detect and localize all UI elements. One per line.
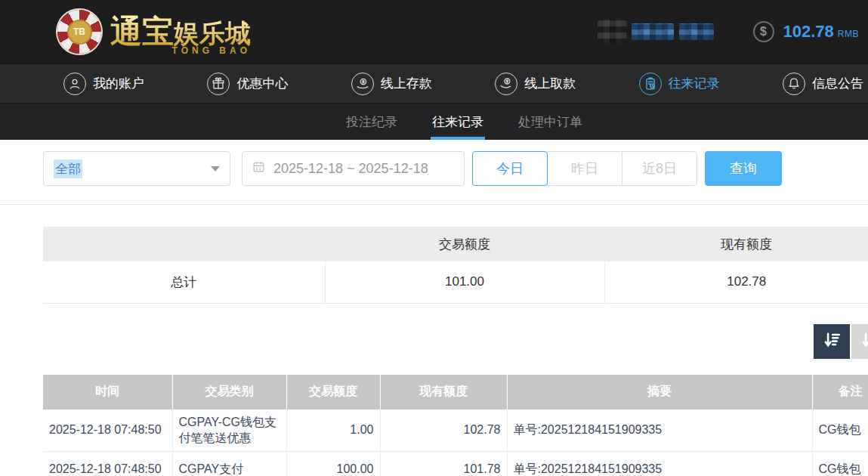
sort-controls xyxy=(0,324,868,359)
type-select-value: 全部 xyxy=(54,159,82,178)
brand-chip-label: TB xyxy=(67,20,92,45)
cell-balance: 102.78 xyxy=(380,410,507,452)
table-row: 2025-12-18 07:48:50 CGPAY-CG钱包支付笔笔送优惠 1.… xyxy=(43,410,868,452)
balance-currency: RMB xyxy=(838,29,859,39)
summary-total-row: 总计 101.00 102.78 xyxy=(43,261,868,303)
user-icon xyxy=(63,73,86,95)
summary-header-trade-amount: 交易额度 xyxy=(325,227,604,261)
records-clipboard-icon xyxy=(639,73,662,95)
cell-summary: 单号:202512184151909335 xyxy=(507,410,812,452)
summary-table: 交易额度 现有额度 总计 101.00 102.78 xyxy=(43,227,868,304)
cell-balance: 101.78 xyxy=(380,451,507,476)
tab-transaction-records[interactable]: 往来记录 xyxy=(431,104,485,140)
tab-pending-orders[interactable]: 处理中订单 xyxy=(517,104,584,140)
username-redacted xyxy=(632,23,674,40)
summary-total-label: 总计 xyxy=(43,261,325,303)
table-row: 2025-12-18 07:48:50 CGPAY支付 100.00 101.7… xyxy=(43,451,868,476)
col-header-summary: 摘要 xyxy=(507,375,812,410)
brand-logo: 通宝娱乐城 TONG BAO xyxy=(110,11,251,53)
cell-time: 2025-12-18 07:48:50 xyxy=(43,451,172,476)
today-button[interactable]: 今日 xyxy=(472,151,548,186)
date-range-input[interactable]: 2025-12-18 ~ 2025-12-18 xyxy=(242,151,465,186)
brand-name-en: TONG BAO xyxy=(172,45,251,56)
query-button[interactable]: 查询 xyxy=(705,151,782,186)
cell-note: CG钱包 xyxy=(812,451,868,476)
nav-item-deposit[interactable]: 线上存款 xyxy=(351,73,432,95)
cell-amount: 1.00 xyxy=(286,410,380,452)
col-header-note: 备注 xyxy=(812,375,868,410)
main-nav: 我的账户 优惠中心 线上存款 线上取款 往来记录 信息公告 xyxy=(0,64,868,104)
deposit-coin-icon xyxy=(351,73,374,95)
bell-icon xyxy=(783,73,805,95)
col-header-balance: 现有额度 xyxy=(380,375,507,410)
type-select[interactable]: 全部 xyxy=(43,151,230,186)
summary-current-amount: 102.78 xyxy=(604,261,868,303)
tab-betting-records[interactable]: 投注纪录 xyxy=(344,104,399,140)
sort-descending-icon xyxy=(822,330,842,352)
dollar-icon: $ xyxy=(753,21,774,42)
withdraw-coin-icon xyxy=(495,73,517,95)
summary-header-empty xyxy=(43,227,325,261)
summary-header-current-amount: 现有额度 xyxy=(604,227,868,261)
last-8-days-button[interactable]: 近8日 xyxy=(622,151,697,186)
nav-item-announcements[interactable]: 信息公告 xyxy=(783,73,863,95)
sort-descending-button[interactable] xyxy=(814,324,850,359)
summary-trade-amount: 101.00 xyxy=(325,261,604,303)
calendar-icon xyxy=(252,159,266,178)
cell-note: CG钱包 xyxy=(812,410,868,452)
brand-name-cn: 通宝 xyxy=(110,14,174,49)
section-divider xyxy=(0,204,868,205)
balance-display: $ 102.78 RMB xyxy=(753,21,860,42)
sub-nav: 投注纪录 往来记录 处理中订单 xyxy=(0,104,868,140)
col-header-time: 时间 xyxy=(43,375,172,410)
chevron-down-icon xyxy=(211,166,220,172)
nav-item-withdraw[interactable]: 线上取款 xyxy=(495,73,576,95)
sort-ascending-button[interactable] xyxy=(851,324,868,359)
col-header-type: 交易类别 xyxy=(172,375,286,410)
sort-ascending-icon xyxy=(860,330,868,352)
nav-item-my-account[interactable]: 我的账户 xyxy=(63,73,144,95)
date-range-value: 2025-12-18 ~ 2025-12-18 xyxy=(273,161,428,177)
user-account-area[interactable] xyxy=(598,19,714,45)
gift-icon xyxy=(207,73,230,95)
cell-type: CGPAY-CG钱包支付笔笔送优惠 xyxy=(172,410,286,452)
cell-type: CGPAY支付 xyxy=(172,451,286,476)
records-table: 时间 交易类别 交易额度 现有额度 摘要 备注 2025-12-18 07:48… xyxy=(43,375,868,476)
nav-item-transaction-records[interactable]: 往来记录 xyxy=(639,73,720,95)
username-redacted-2 xyxy=(679,23,714,40)
top-header: TB 通宝娱乐城 TONG BAO $ 102.78 RMB xyxy=(0,0,868,64)
cell-amount: 100.00 xyxy=(286,451,380,476)
filter-bar: 全部 2025-12-18 ~ 2025-12-18 今日 昨日 近8日 查询 xyxy=(43,151,868,186)
records-header-row: 时间 交易类别 交易额度 现有额度 摘要 备注 xyxy=(43,375,868,410)
balance-amount: 102.78 xyxy=(783,22,834,42)
brand-chip-logo: TB xyxy=(57,10,101,54)
yesterday-button[interactable]: 昨日 xyxy=(547,151,622,186)
nav-item-promotions[interactable]: 优惠中心 xyxy=(207,73,288,95)
quick-date-group: 今日 昨日 近8日 xyxy=(472,151,697,186)
col-header-amount: 交易额度 xyxy=(286,375,380,410)
user-avatar-redacted xyxy=(598,19,626,45)
cell-summary: 单号:202512184151909335 xyxy=(507,451,812,476)
cell-time: 2025-12-18 07:48:50 xyxy=(43,410,172,452)
